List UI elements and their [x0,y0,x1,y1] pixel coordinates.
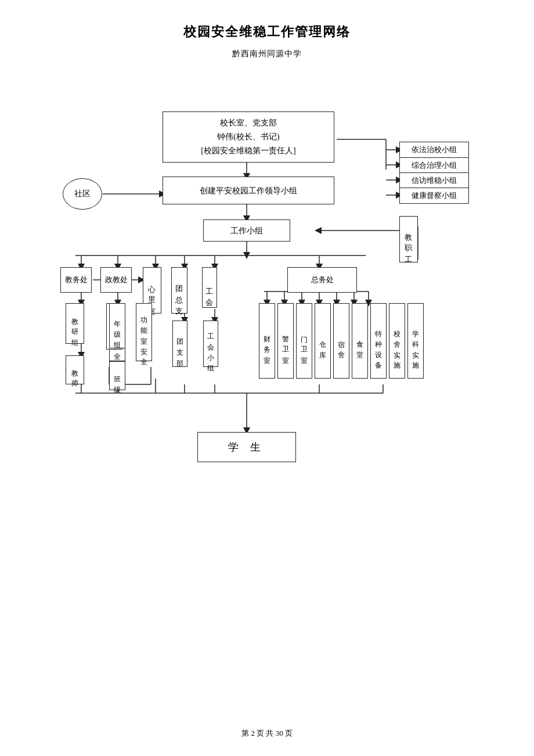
chuangjian-box: 创建平安校园工作领导小组 [163,177,334,204]
xiaoshe-box: 校 舍 实 施 [389,303,405,379]
xinfa-box: 信访维稳小组 [399,172,469,189]
page: 校园安全维稳工作管理网络 黔西南州同源中学 [0,0,534,756]
menwei-box: 门 卫 室 [296,303,312,379]
main-title: 校园安全维稳工作管理网络 [23,23,511,41]
sub-title: 黔西南州同源中学 [23,49,511,59]
jiaowu-box: 教务处 [60,267,92,293]
gonghui-box: 工 会 [202,267,217,308]
gongzuo-box: 工作小组 [203,219,290,242]
chart-area: 校长室、党支部 钟伟(校长、书记) [校园安全维稳第一责任人] 社区 创建平安校… [23,77,511,576]
shequ-box: 社区 [63,178,102,210]
tuanzong-box: 团 总 支 [171,267,187,314]
zhengjiao-box: 政教处 [100,267,132,293]
tuanzhi-box: 团 支 部 [172,321,187,367]
zonghe-box: 综合治理小组 [399,157,469,174]
jingwu-box: 警 卫 室 [277,303,294,379]
teshe-box: 特 种 设 备 [370,303,387,379]
zongwu-box: 总务处 [287,267,357,293]
caiwu-box: 财 务 室 [259,303,275,379]
yifazhi-box: 依法治校小组 [399,142,469,158]
sushe-box: 宿 舍 [333,303,349,379]
shitang-box: 食 堂 [352,303,368,379]
jiankang-box: 健康督察小组 [399,188,469,204]
page-footer: 第 2 页 共 30 页 [0,728,534,739]
xuesheng-box: 学 生 [197,432,296,462]
xueke-box: 学 科 实 施 [407,303,424,379]
top-box: 校长室、党支部 钟伟(校长、书记) [校园安全维稳第一责任人] [163,111,334,163]
gongneng-box: 功 能 室 安 全 [136,303,152,361]
gonghui-xiao-box: 工 会 小 组 [203,321,218,367]
jiaoshi-box: 教 师 [66,355,84,384]
jiaozhi-box: 教 职 工 [399,216,418,262]
cangku-box: 仓 库 [315,303,331,379]
jiaoyan-box: 教 研 组 [66,303,84,344]
nianji-box: 年 级 组 [109,303,125,348]
banji-box: 班 级 [109,361,125,390]
